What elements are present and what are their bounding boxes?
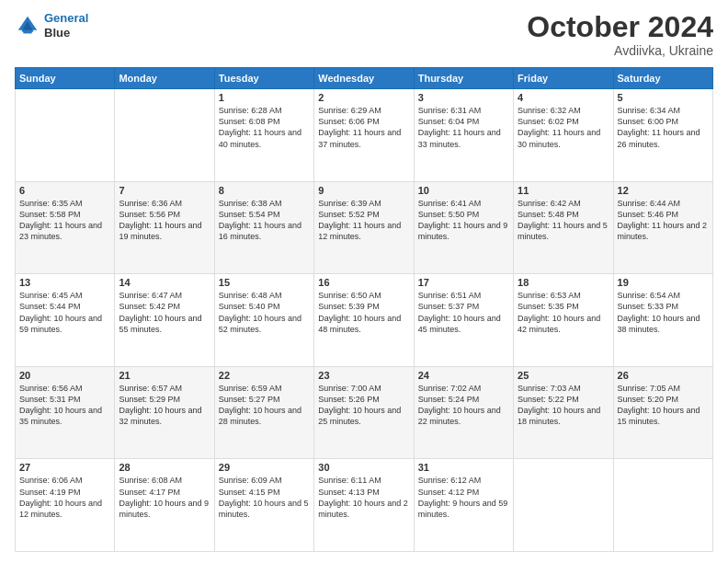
- day-info: Sunrise: 7:03 AMSunset: 5:22 PMDaylight:…: [518, 383, 609, 428]
- calendar-cell: 30Sunrise: 6:11 AMSunset: 4:13 PMDayligh…: [314, 459, 414, 552]
- day-info: Sunrise: 6:47 AMSunset: 5:42 PMDaylight:…: [119, 290, 210, 335]
- day-info: Sunrise: 6:39 AMSunset: 5:52 PMDaylight:…: [318, 198, 409, 243]
- calendar-week-row: 20Sunrise: 6:56 AMSunset: 5:31 PMDayligh…: [16, 366, 713, 459]
- day-info: Sunrise: 6:41 AMSunset: 5:50 PMDaylight:…: [418, 198, 509, 243]
- calendar-table: SundayMondayTuesdayWednesdayThursdayFrid…: [15, 67, 713, 552]
- calendar-cell: 29Sunrise: 6:09 AMSunset: 4:15 PMDayligh…: [214, 459, 313, 552]
- day-number: 27: [19, 462, 110, 473]
- day-info: Sunrise: 6:44 AMSunset: 5:46 PMDaylight:…: [618, 198, 709, 243]
- day-info: Sunrise: 6:38 AMSunset: 5:54 PMDaylight:…: [219, 198, 310, 243]
- day-info: Sunrise: 7:00 AMSunset: 5:26 PMDaylight:…: [318, 383, 409, 428]
- calendar-cell: 13Sunrise: 6:45 AMSunset: 5:44 PMDayligh…: [16, 274, 115, 367]
- day-info: Sunrise: 6:12 AMSunset: 4:12 PMDaylight:…: [418, 475, 509, 520]
- day-info: Sunrise: 6:32 AMSunset: 6:02 PMDaylight:…: [518, 105, 609, 150]
- day-number: 8: [219, 185, 310, 196]
- calendar-week-row: 13Sunrise: 6:45 AMSunset: 5:44 PMDayligh…: [16, 274, 713, 367]
- calendar-cell: 22Sunrise: 6:59 AMSunset: 5:27 PMDayligh…: [214, 366, 313, 459]
- day-number: 7: [119, 185, 210, 196]
- day-info: Sunrise: 6:57 AMSunset: 5:29 PMDaylight:…: [119, 383, 210, 428]
- calendar-cell: 19Sunrise: 6:54 AMSunset: 5:33 PMDayligh…: [613, 274, 712, 367]
- calendar-cell: 15Sunrise: 6:48 AMSunset: 5:40 PMDayligh…: [214, 274, 313, 367]
- calendar-cell: 20Sunrise: 6:56 AMSunset: 5:31 PMDayligh…: [16, 366, 115, 459]
- day-number: 25: [518, 370, 609, 381]
- day-number: 14: [119, 277, 210, 288]
- weekday-header: Monday: [115, 68, 214, 89]
- calendar-cell: 7Sunrise: 6:36 AMSunset: 5:56 PMDaylight…: [115, 181, 214, 274]
- calendar-cell: 31Sunrise: 6:12 AMSunset: 4:12 PMDayligh…: [414, 459, 513, 552]
- day-number: 21: [119, 370, 210, 381]
- logo-text: General Blue: [44, 11, 88, 40]
- calendar-cell: 16Sunrise: 6:50 AMSunset: 5:39 PMDayligh…: [314, 274, 414, 367]
- weekday-header: Thursday: [414, 68, 513, 89]
- calendar-cell: 1Sunrise: 6:28 AMSunset: 6:08 PMDaylight…: [214, 89, 313, 182]
- day-number: 13: [19, 277, 110, 288]
- day-info: Sunrise: 6:34 AMSunset: 6:00 PMDaylight:…: [618, 105, 709, 150]
- day-number: 28: [119, 462, 210, 473]
- day-info: Sunrise: 6:31 AMSunset: 6:04 PMDaylight:…: [418, 105, 509, 150]
- calendar-cell: 17Sunrise: 6:51 AMSunset: 5:37 PMDayligh…: [414, 274, 513, 367]
- calendar-cell: 23Sunrise: 7:00 AMSunset: 5:26 PMDayligh…: [314, 366, 414, 459]
- day-info: Sunrise: 6:36 AMSunset: 5:56 PMDaylight:…: [119, 198, 210, 243]
- day-info: Sunrise: 6:28 AMSunset: 6:08 PMDaylight:…: [219, 105, 310, 150]
- logo: General Blue: [15, 11, 88, 40]
- day-info: Sunrise: 6:42 AMSunset: 5:48 PMDaylight:…: [518, 198, 609, 243]
- calendar-cell: 28Sunrise: 6:08 AMSunset: 4:17 PMDayligh…: [115, 459, 214, 552]
- day-number: 3: [418, 92, 509, 103]
- calendar-cell: 2Sunrise: 6:29 AMSunset: 6:06 PMDaylight…: [314, 89, 414, 182]
- weekday-header: Saturday: [613, 68, 712, 89]
- day-number: 31: [418, 462, 509, 473]
- calendar-cell: 18Sunrise: 6:53 AMSunset: 5:35 PMDayligh…: [514, 274, 613, 367]
- page: General Blue October 2024 Avdiivka, Ukra…: [0, 0, 728, 563]
- day-info: Sunrise: 6:53 AMSunset: 5:35 PMDaylight:…: [518, 290, 609, 335]
- day-number: 23: [318, 370, 409, 381]
- calendar-cell: 3Sunrise: 6:31 AMSunset: 6:04 PMDaylight…: [414, 89, 513, 182]
- day-info: Sunrise: 6:11 AMSunset: 4:13 PMDaylight:…: [318, 475, 409, 520]
- day-number: 10: [418, 185, 509, 196]
- title-month: October 2024: [527, 11, 713, 43]
- day-number: 1: [219, 92, 310, 103]
- calendar-cell: 4Sunrise: 6:32 AMSunset: 6:02 PMDaylight…: [514, 89, 613, 182]
- title-location: Avdiivka, Ukraine: [527, 43, 713, 58]
- day-number: 15: [219, 277, 310, 288]
- day-info: Sunrise: 6:51 AMSunset: 5:37 PMDaylight:…: [418, 290, 509, 335]
- calendar-cell: 27Sunrise: 6:06 AMSunset: 4:19 PMDayligh…: [16, 459, 115, 552]
- day-number: 17: [418, 277, 509, 288]
- logo-icon: [15, 13, 40, 39]
- title-block: October 2024 Avdiivka, Ukraine: [527, 11, 713, 58]
- day-number: 4: [518, 92, 609, 103]
- day-number: 29: [219, 462, 310, 473]
- day-number: 20: [19, 370, 110, 381]
- weekday-header: Wednesday: [314, 68, 414, 89]
- day-info: Sunrise: 6:08 AMSunset: 4:17 PMDaylight:…: [119, 475, 210, 520]
- day-number: 30: [318, 462, 409, 473]
- calendar-week-row: 6Sunrise: 6:35 AMSunset: 5:58 PMDaylight…: [16, 181, 713, 274]
- calendar-cell: [115, 89, 214, 182]
- day-number: 6: [19, 185, 110, 196]
- calendar-week-row: 1Sunrise: 6:28 AMSunset: 6:08 PMDaylight…: [16, 89, 713, 182]
- day-info: Sunrise: 7:02 AMSunset: 5:24 PMDaylight:…: [418, 383, 509, 428]
- day-number: 16: [318, 277, 409, 288]
- day-number: 9: [318, 185, 409, 196]
- calendar-cell: 9Sunrise: 6:39 AMSunset: 5:52 PMDaylight…: [314, 181, 414, 274]
- calendar-cell: 25Sunrise: 7:03 AMSunset: 5:22 PMDayligh…: [514, 366, 613, 459]
- day-info: Sunrise: 6:06 AMSunset: 4:19 PMDaylight:…: [19, 475, 110, 520]
- day-number: 11: [518, 185, 609, 196]
- day-info: Sunrise: 7:05 AMSunset: 5:20 PMDaylight:…: [618, 383, 709, 428]
- calendar-cell: [613, 459, 712, 552]
- weekday-header: Friday: [514, 68, 613, 89]
- day-number: 26: [618, 370, 709, 381]
- calendar-cell: 6Sunrise: 6:35 AMSunset: 5:58 PMDaylight…: [16, 181, 115, 274]
- day-info: Sunrise: 6:56 AMSunset: 5:31 PMDaylight:…: [19, 383, 110, 428]
- calendar-cell: [514, 459, 613, 552]
- calendar-week-row: 27Sunrise: 6:06 AMSunset: 4:19 PMDayligh…: [16, 459, 713, 552]
- calendar-cell: 21Sunrise: 6:57 AMSunset: 5:29 PMDayligh…: [115, 366, 214, 459]
- calendar-cell: 5Sunrise: 6:34 AMSunset: 6:00 PMDaylight…: [613, 89, 712, 182]
- calendar-cell: 10Sunrise: 6:41 AMSunset: 5:50 PMDayligh…: [414, 181, 513, 274]
- weekday-header: Sunday: [16, 68, 115, 89]
- calendar-cell: [16, 89, 115, 182]
- day-info: Sunrise: 6:45 AMSunset: 5:44 PMDaylight:…: [19, 290, 110, 335]
- day-number: 22: [219, 370, 310, 381]
- svg-rect-2: [23, 29, 31, 33]
- weekday-header-row: SundayMondayTuesdayWednesdayThursdayFrid…: [16, 68, 713, 89]
- day-number: 19: [618, 277, 709, 288]
